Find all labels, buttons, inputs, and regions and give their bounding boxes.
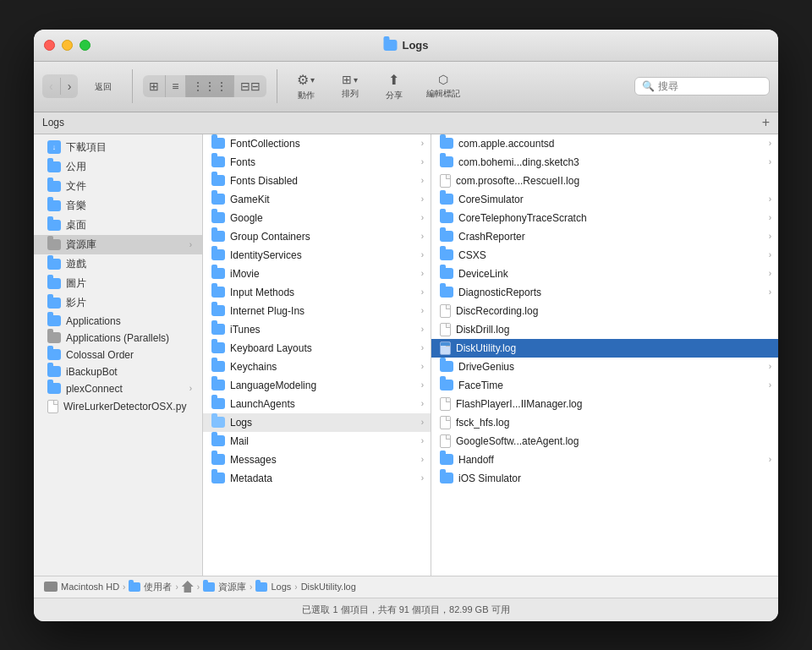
doc-icon (440, 416, 451, 429)
list-item[interactable]: Keyboard Layouts › (203, 339, 431, 358)
close-button[interactable] (44, 40, 55, 51)
back-arrow[interactable]: ‹ (42, 74, 60, 98)
list-item[interactable]: com.apple.accountsd › (431, 134, 778, 153)
breadcrumb-item-library[interactable]: 資源庫 (203, 581, 246, 593)
share-button[interactable]: ⬆ 分享 (376, 68, 413, 105)
list-item[interactable]: LaunchAgents › (203, 395, 431, 413)
sidebar-label: Colossal Order (66, 349, 192, 361)
sidebar-item-wirelurker[interactable]: WireLurkerDetectorOSX.py (34, 397, 202, 416)
file-label: DiskDrill.log (456, 324, 509, 336)
list-item[interactable]: CoreTelephonyTraceScratch › (431, 209, 778, 227)
sidebar-item-movies[interactable]: 影片 (34, 293, 202, 313)
folder-icon (440, 454, 453, 465)
sidebar-item-colossal[interactable]: Colossal Order (34, 347, 202, 363)
list-item[interactable]: Metadata › (203, 469, 431, 488)
public-icon (47, 161, 61, 172)
breadcrumb-label: DiskUtility.log (301, 582, 356, 592)
list-item[interactable]: LanguageModeling › (203, 376, 431, 395)
list-item[interactable]: Fonts Disabled › (203, 172, 431, 190)
list-item[interactable]: FaceTime › (431, 376, 778, 395)
sidebar-item-games[interactable]: 遊戲 (34, 254, 202, 274)
file-label: com.bohemi...ding.sketch3 (458, 156, 579, 168)
search-input[interactable] (658, 80, 762, 92)
finder-window: Logs ‹ › 返回 ⊞ ≡ ⋮⋮⋮ ⊟⊟ ⚙ ▾ 動作 (34, 30, 778, 621)
sidebar-item-library[interactable]: 資源庫 › (34, 235, 202, 254)
list-item[interactable]: Handoff › (431, 451, 778, 469)
breadcrumb-item-home[interactable] (182, 581, 194, 593)
doc-icon (440, 174, 451, 188)
file-label: com.apple.accountsd (458, 138, 554, 150)
breadcrumb-item-user[interactable]: 使用者 (129, 581, 172, 593)
icon-view-button[interactable]: ⊞ (143, 75, 166, 97)
file-label: iTunes (230, 324, 261, 336)
list-item[interactable]: com.prosofte...RescueII.log (431, 172, 778, 190)
list-item[interactable]: DeviceLink › (431, 265, 778, 283)
breadcrumb-item-logs[interactable]: Logs (255, 582, 291, 592)
coverflow-view-button[interactable]: ⊟⊟ (234, 75, 266, 97)
maximize-button[interactable] (80, 40, 91, 51)
sidebar-item-desktop[interactable]: 桌面 (34, 216, 202, 235)
minimize-button[interactable] (62, 40, 73, 51)
file-label: Mail (230, 435, 249, 447)
sidebar-item-downloads[interactable]: ↓ 下載項目 (34, 138, 202, 157)
list-item-logs[interactable]: Logs › (203, 413, 431, 432)
list-item[interactable]: IdentityServices › (203, 246, 431, 265)
list-item[interactable]: Messages › (203, 451, 431, 469)
list-item[interactable]: CSXS › (431, 246, 778, 265)
list-item[interactable]: Mail › (203, 432, 431, 451)
list-item[interactable]: Group Containers › (203, 227, 431, 246)
list-item[interactable]: Internet Plug-Ins › (203, 302, 431, 320)
list-item[interactable]: iOS Simulator (431, 469, 778, 488)
file-label: Metadata (230, 472, 272, 484)
breadcrumb-item-hd[interactable]: Macintosh HD (44, 582, 119, 592)
list-view-button[interactable]: ≡ (166, 75, 185, 97)
list-item[interactable]: DriveGenius › (431, 358, 778, 376)
list-item[interactable]: Google › (203, 209, 431, 227)
file-label: DiskUtility.log (456, 342, 516, 354)
music-icon (47, 200, 61, 211)
sidebar-label: 影片 (66, 296, 192, 310)
list-item[interactable]: GameKit › (203, 190, 431, 209)
folder-icon (211, 212, 225, 223)
file-arrow: › (421, 139, 424, 148)
list-item[interactable]: DiscRecording.log (431, 302, 778, 320)
back-button[interactable]: 返回 (85, 76, 122, 96)
folder-icon (440, 361, 453, 372)
breadcrumb-item-file[interactable]: DiskUtility.log (301, 582, 356, 592)
tab-add-button[interactable]: + (762, 116, 770, 129)
list-item[interactable]: DiskDrill.log (431, 320, 778, 339)
folder-icon (211, 156, 225, 167)
sidebar-item-ibackupbot[interactable]: iBackupBot (34, 363, 202, 380)
list-item[interactable]: FontCollections › (203, 134, 431, 153)
file-label: FontCollections (230, 138, 300, 150)
sort-button[interactable]: ⊞ ▾ 排列 (332, 69, 369, 103)
list-item[interactable]: DiagnosticReports › (431, 283, 778, 302)
column-view-button[interactable]: ⋮⋮⋮ (186, 75, 234, 97)
list-item[interactable]: fsck_hfs.log (431, 413, 778, 432)
list-item-disk-utility[interactable]: DiskUtility.log (431, 339, 778, 358)
list-item[interactable]: Keychains › (203, 358, 431, 376)
list-item[interactable]: FlashPlayerI...IIManager.log (431, 395, 778, 413)
list-item[interactable]: Input Methods › (203, 283, 431, 302)
list-item[interactable]: CrashReporter › (431, 227, 778, 246)
forward-arrow[interactable]: › (61, 74, 79, 98)
list-item[interactable]: GoogleSoftw...ateAgent.log (431, 432, 778, 451)
search-box[interactable]: 🔍 (634, 77, 770, 96)
sidebar-item-plexconnect[interactable]: plexConnect › (34, 380, 202, 397)
sidebar-item-images[interactable]: 圖片 (34, 274, 202, 293)
edit-tabs-button[interactable]: ⬡ 編輯標記 (420, 69, 467, 103)
sidebar-item-public[interactable]: 公用 (34, 157, 202, 177)
sidebar-item-applications[interactable]: Applications (34, 313, 202, 330)
list-item[interactable]: iMovie › (203, 265, 431, 283)
sidebar-item-applications-parallels[interactable]: Applications (Parallels) (34, 330, 202, 347)
list-item[interactable]: Fonts › (203, 153, 431, 172)
titlebar: Logs (34, 30, 778, 62)
list-item[interactable]: iTunes › (203, 320, 431, 339)
sidebar-item-music[interactable]: 音樂 (34, 196, 202, 216)
list-item[interactable]: CoreSimulator › (431, 190, 778, 209)
applications-icon (47, 315, 61, 326)
sidebar-item-documents[interactable]: 文件 (34, 177, 202, 196)
breadcrumb-label: Macintosh HD (61, 582, 119, 592)
action-button[interactable]: ⚙ ▾ 動作 (288, 68, 325, 105)
list-item[interactable]: com.bohemi...ding.sketch3 › (431, 153, 778, 172)
